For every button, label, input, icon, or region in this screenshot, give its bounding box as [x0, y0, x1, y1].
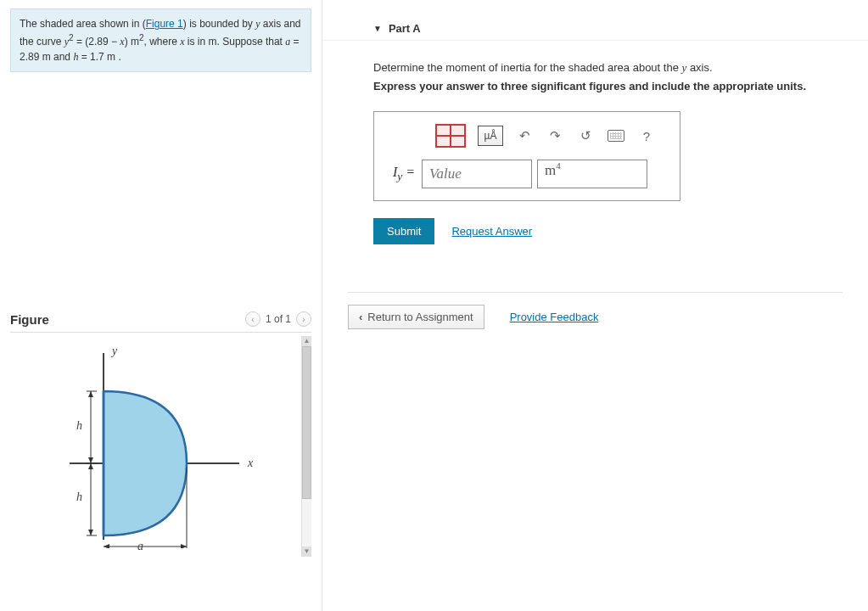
figure-canvas: y x h h a [10, 336, 301, 557]
scroll-up-icon[interactable]: ▲ [302, 336, 311, 346]
answer-box: µÅ ↶ ↷ ↺ ? Iy = m4 [373, 111, 680, 201]
divider [10, 332, 311, 333]
reset-icon[interactable]: ↺ [576, 127, 595, 144]
units-input[interactable]: m4 [537, 160, 647, 188]
figure-pager: ‹ 1 of 1 › [245, 311, 311, 327]
axis-x-label: x [248, 457, 253, 470]
right-panel: ▼ Part A Determine the moment of inertia… [322, 0, 868, 611]
figure-svg [44, 345, 265, 548]
axis-y-label: y [112, 345, 117, 358]
problem-text: The shaded area shown in ( [20, 18, 146, 30]
problem-statement: The shaded area shown in (Figure 1) is b… [10, 8, 311, 72]
keyboard-icon[interactable] [607, 127, 625, 144]
value-input[interactable] [422, 160, 532, 188]
help-icon[interactable]: ? [637, 127, 656, 144]
figure-counter: 1 of 1 [266, 313, 291, 325]
svg-marker-9 [88, 391, 93, 397]
request-answer-link[interactable]: Request Answer [451, 225, 532, 238]
answer-symbol: Iy = [393, 165, 417, 183]
figure-title: Figure [10, 312, 49, 327]
collapse-caret-icon: ▼ [373, 24, 382, 33]
figure-prev-button[interactable]: ‹ [245, 311, 260, 327]
dim-h-lower-label: h [76, 490, 82, 504]
figure-next-button[interactable]: › [296, 311, 311, 327]
dim-a-label: a [137, 540, 143, 553]
figure-widget: Figure ‹ 1 of 1 › [10, 310, 311, 557]
return-button[interactable]: ‹ Return to Assignment [348, 305, 484, 329]
svg-marker-10 [88, 457, 93, 463]
submit-button[interactable]: Submit [373, 218, 434, 244]
part-header[interactable]: ▼ Part A [322, 17, 868, 41]
units-button[interactable]: µÅ [478, 126, 503, 146]
express-instruction: Express your answer to three significant… [373, 80, 843, 92]
svg-marker-12 [88, 530, 93, 535]
dim-h-upper-label: h [76, 419, 82, 433]
figure-scrollbar[interactable]: ▲ ▼ [301, 336, 311, 557]
figure-link[interactable]: Figure 1 [146, 18, 183, 30]
undo-icon[interactable]: ↶ [515, 127, 534, 144]
part-title: Part A [389, 22, 421, 35]
return-label: Return to Assignment [367, 311, 473, 323]
scroll-down-icon[interactable]: ▼ [302, 547, 311, 557]
templates-button[interactable] [435, 124, 466, 148]
answer-toolbar: µÅ ↶ ↷ ↺ ? [393, 124, 661, 160]
svg-marker-11 [88, 463, 93, 469]
left-panel: The shaded area shown in (Figure 1) is b… [0, 0, 322, 611]
provide-feedback-link[interactable]: Provide Feedback [510, 311, 599, 323]
instruction-text: Determine the moment of inertia for the … [373, 61, 843, 75]
redo-icon[interactable]: ↷ [546, 127, 564, 144]
chevron-left-icon: ‹ [359, 311, 362, 323]
